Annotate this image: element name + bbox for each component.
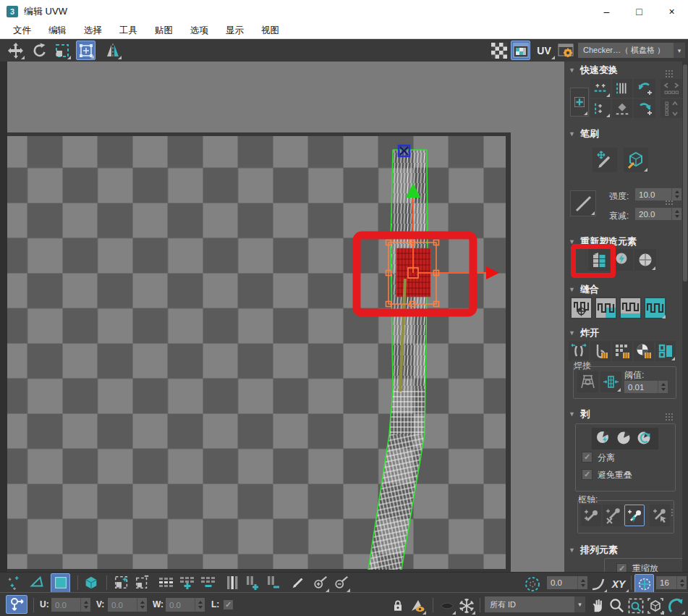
- pin-grab-button[interactable]: [581, 505, 601, 526]
- w-spinner[interactable]: [195, 598, 205, 612]
- menu-tools[interactable]: 工具: [119, 25, 137, 37]
- detach-smoothing-button[interactable]: [612, 341, 632, 361]
- absolute-typein-button[interactable]: [6, 595, 27, 614]
- qt-align-h-button[interactable]: [590, 79, 611, 98]
- stitch-target-button[interactable]: [644, 297, 666, 319]
- edge-ring-shrink-button[interactable]: [264, 573, 284, 593]
- uv-channel-button[interactable]: UV: [532, 41, 556, 60]
- relax-brush-button[interactable]: [624, 148, 648, 172]
- shrink-selection-button[interactable]: [132, 573, 152, 593]
- section-stitch-header[interactable]: ▼ 缝合: [564, 283, 680, 295]
- paint-select-add-button[interactable]: [310, 573, 330, 593]
- zoom-region-button[interactable]: [626, 596, 645, 615]
- scale-tool-button[interactable]: [52, 41, 72, 60]
- edge-ring-button[interactable]: [222, 573, 242, 593]
- hide-selected-button[interactable]: [437, 596, 456, 615]
- soft-selection-field[interactable]: 0.0: [547, 576, 577, 589]
- grid-snap-button[interactable]: [634, 574, 654, 594]
- w-field[interactable]: 0.0: [166, 598, 195, 612]
- pan-button[interactable]: [587, 596, 607, 615]
- soft-selection-button[interactable]: [522, 574, 542, 594]
- flatten-by-group-button[interactable]: [655, 341, 676, 361]
- mirror-tool-button[interactable]: [103, 41, 122, 60]
- menu-options[interactable]: 选项: [190, 25, 208, 37]
- qt-move-mode-button[interactable]: [570, 88, 589, 117]
- strength-field[interactable]: 10.0: [635, 188, 671, 201]
- paint-select-button[interactable]: [288, 573, 307, 593]
- qt-rotate-ccw-button[interactable]: [634, 79, 655, 98]
- lock-selection-button[interactable]: [389, 596, 407, 615]
- material-id-dropdown[interactable]: 所有 ID: [485, 596, 574, 612]
- falloff-type-button[interactable]: [570, 190, 596, 216]
- move-brush-button[interactable]: [593, 148, 617, 172]
- menu-file[interactable]: 文件: [13, 25, 31, 37]
- u-field[interactable]: 0.0: [51, 598, 80, 612]
- detach-edge-verts-button[interactable]: [590, 341, 611, 361]
- edge-loop-grow-button[interactable]: [177, 573, 197, 593]
- soft-selection-spinner[interactable]: [577, 576, 587, 589]
- qt-distribute-v-button[interactable]: [661, 99, 682, 118]
- stitch-source-button[interactable]: [595, 297, 617, 319]
- grid-size-spinner[interactable]: [676, 576, 687, 589]
- pin-quick-button[interactable]: [624, 505, 645, 526]
- filter-selected-faces-button[interactable]: [407, 596, 427, 615]
- qt-align-left-button[interactable]: [590, 99, 611, 118]
- material-id-dropdown-arrow[interactable]: ▾: [574, 596, 585, 612]
- zoom-button[interactable]: [607, 596, 627, 615]
- menu-edit[interactable]: 编辑: [48, 25, 67, 37]
- target-weld-button[interactable]: [577, 371, 598, 392]
- weld-selected-button[interactable]: [600, 371, 621, 392]
- section-quick-transform-header[interactable]: ▼ 快速变换: [564, 64, 680, 76]
- checker-pattern-button[interactable]: [489, 41, 509, 60]
- edge-loop-button[interactable]: [156, 573, 176, 593]
- quick-peel-button[interactable]: [593, 429, 613, 449]
- edge-loop-shrink-button[interactable]: [198, 573, 218, 593]
- close-button[interactable]: ×: [655, 0, 688, 22]
- lock-aspect-checkbox[interactable]: [223, 599, 234, 610]
- peel-mode-button[interactable]: [613, 429, 634, 449]
- section-arrange-header[interactable]: ▼ 排列元素: [564, 544, 680, 556]
- texture-dropdown-arrow[interactable]: ▾: [674, 43, 685, 58]
- freeze-selected-button[interactable]: [456, 596, 476, 615]
- vertex-mode-button[interactable]: [4, 573, 24, 593]
- paint-select-remove-button[interactable]: [331, 573, 351, 593]
- panel-scrollbar[interactable]: [682, 62, 688, 572]
- polygon-mode-button[interactable]: [51, 573, 70, 593]
- orbit-button[interactable]: [666, 596, 686, 615]
- minimize-button[interactable]: –: [590, 0, 623, 22]
- edge-ring-grow-button[interactable]: [243, 573, 263, 593]
- rotate-tool-button[interactable]: [30, 41, 49, 60]
- separate-checkbox[interactable]: [582, 452, 593, 463]
- threshold-spinner[interactable]: [658, 381, 668, 393]
- qt-rotate-cw-button[interactable]: [634, 99, 655, 118]
- reset-peel-button[interactable]: [634, 429, 654, 449]
- pin-move-button[interactable]: [650, 505, 670, 526]
- falloff-field[interactable]: 20.0: [635, 208, 671, 220]
- section-brush-header[interactable]: ▼ 笔刷: [564, 127, 680, 140]
- strength-spinner[interactable]: [671, 188, 681, 201]
- grow-selection-button[interactable]: [111, 573, 131, 593]
- break-button[interactable]: [569, 341, 589, 361]
- grid-size-field[interactable]: 16: [656, 576, 676, 589]
- falloff-curve-button[interactable]: [588, 574, 608, 594]
- v-spinner[interactable]: [137, 598, 147, 612]
- section-explode-header[interactable]: ▼ 炸开: [564, 326, 680, 339]
- move-tool-button[interactable]: [6, 41, 25, 60]
- qt-distribute-h-button[interactable]: [661, 79, 682, 98]
- detach-material-id-button[interactable]: [634, 341, 654, 361]
- uv-options-button[interactable]: [556, 41, 575, 60]
- threshold-field[interactable]: 0.01: [624, 381, 658, 393]
- menu-view[interactable]: 视图: [261, 25, 279, 37]
- maximize-button[interactable]: □: [623, 0, 655, 22]
- avoid-overlap-checkbox[interactable]: [582, 469, 593, 480]
- uv-canvas[interactable]: [0, 62, 564, 572]
- menu-select[interactable]: 选择: [84, 25, 102, 37]
- v-field[interactable]: 0.0: [108, 598, 137, 612]
- show-map-button[interactable]: [511, 41, 530, 60]
- menu-display[interactable]: 显示: [226, 25, 244, 37]
- stitch-custom-button[interactable]: [570, 297, 593, 319]
- element-mode-button[interactable]: [81, 573, 101, 593]
- unfold-strip-button[interactable]: [634, 249, 656, 271]
- edge-mode-button[interactable]: [27, 573, 46, 593]
- menu-mapping[interactable]: 贴图: [155, 25, 173, 37]
